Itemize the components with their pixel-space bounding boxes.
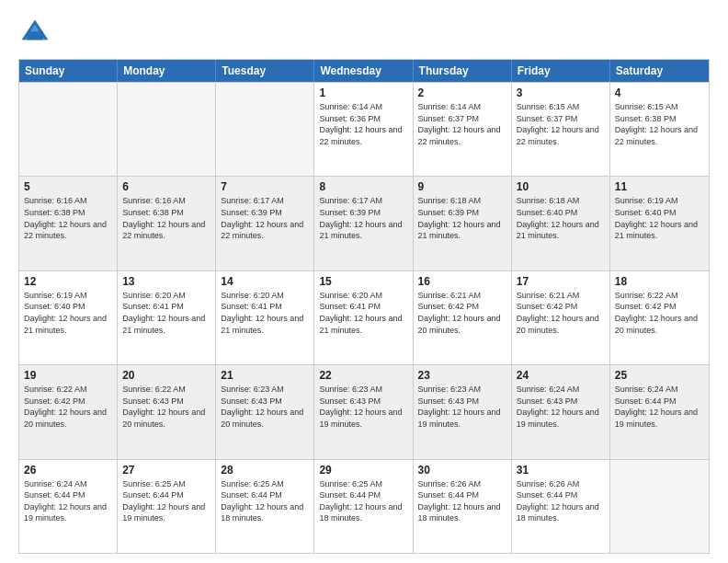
calendar-header-wednesday: Wednesday [314, 60, 413, 82]
calendar-cell-5: 5Sunrise: 6:16 AMSunset: 6:38 PMDaylight… [19, 177, 118, 270]
sun-info: Sunrise: 6:22 AMSunset: 6:42 PMDaylight:… [24, 384, 112, 430]
calendar-cell-empty [19, 83, 118, 176]
day-number: 22 [319, 369, 407, 382]
calendar-cell-3: 3Sunrise: 6:15 AMSunset: 6:37 PMDaylight… [512, 83, 610, 176]
sun-info: Sunrise: 6:22 AMSunset: 6:42 PMDaylight:… [615, 290, 704, 336]
calendar-cell-8: 8Sunrise: 6:17 AMSunset: 6:39 PMDaylight… [314, 177, 413, 270]
calendar-cell-16: 16Sunrise: 6:21 AMSunset: 6:42 PMDayligh… [414, 271, 512, 364]
day-number: 13 [122, 275, 210, 288]
day-number: 27 [122, 464, 210, 477]
sun-info: Sunrise: 6:20 AMSunset: 6:41 PMDaylight:… [122, 290, 210, 336]
day-number: 18 [615, 275, 704, 288]
day-number: 12 [24, 275, 112, 288]
day-number: 28 [221, 464, 309, 477]
calendar-week-2: 5Sunrise: 6:16 AMSunset: 6:38 PMDaylight… [19, 176, 709, 270]
calendar-cell-13: 13Sunrise: 6:20 AMSunset: 6:41 PMDayligh… [118, 271, 216, 364]
day-number: 17 [517, 275, 605, 288]
calendar-cell-29: 29Sunrise: 6:25 AMSunset: 6:44 PMDayligh… [314, 460, 413, 553]
calendar-cell-18: 18Sunrise: 6:22 AMSunset: 6:42 PMDayligh… [610, 271, 709, 364]
calendar-cell-empty [118, 83, 216, 176]
calendar-cell-22: 22Sunrise: 6:23 AMSunset: 6:43 PMDayligh… [314, 365, 413, 458]
day-number: 9 [418, 180, 506, 193]
sun-info: Sunrise: 6:26 AMSunset: 6:44 PMDaylight:… [517, 478, 605, 524]
calendar-cell-24: 24Sunrise: 6:24 AMSunset: 6:43 PMDayligh… [512, 365, 610, 458]
sun-info: Sunrise: 6:23 AMSunset: 6:43 PMDaylight:… [418, 384, 506, 430]
day-number: 26 [24, 464, 112, 477]
sun-info: Sunrise: 6:16 AMSunset: 6:38 PMDaylight:… [24, 195, 112, 241]
calendar-body: 1Sunrise: 6:14 AMSunset: 6:36 PMDaylight… [19, 82, 709, 553]
calendar-cell-10: 10Sunrise: 6:18 AMSunset: 6:40 PMDayligh… [512, 177, 610, 270]
calendar-week-1: 1Sunrise: 6:14 AMSunset: 6:36 PMDaylight… [19, 82, 709, 176]
calendar-cell-17: 17Sunrise: 6:21 AMSunset: 6:42 PMDayligh… [512, 271, 610, 364]
sun-info: Sunrise: 6:20 AMSunset: 6:41 PMDaylight:… [221, 290, 309, 336]
calendar-cell-6: 6Sunrise: 6:16 AMSunset: 6:38 PMDaylight… [118, 177, 216, 270]
day-number: 31 [517, 464, 605, 477]
svg-rect-2 [27, 31, 43, 40]
calendar-header-thursday: Thursday [414, 60, 512, 82]
day-number: 11 [615, 180, 704, 193]
day-number: 2 [418, 86, 506, 99]
sun-info: Sunrise: 6:25 AMSunset: 6:44 PMDaylight:… [221, 478, 309, 524]
calendar-cell-15: 15Sunrise: 6:20 AMSunset: 6:41 PMDayligh… [314, 271, 413, 364]
calendar-week-3: 12Sunrise: 6:19 AMSunset: 6:40 PMDayligh… [19, 270, 709, 364]
calendar-header-saturday: Saturday [610, 60, 709, 82]
day-number: 6 [122, 180, 210, 193]
calendar-cell-23: 23Sunrise: 6:23 AMSunset: 6:43 PMDayligh… [414, 365, 512, 458]
page: SundayMondayTuesdayWednesdayThursdayFrid… [0, 0, 728, 563]
calendar: SundayMondayTuesdayWednesdayThursdayFrid… [18, 59, 710, 554]
calendar-cell-19: 19Sunrise: 6:22 AMSunset: 6:42 PMDayligh… [19, 365, 118, 458]
day-number: 3 [517, 86, 605, 99]
calendar-header-tuesday: Tuesday [216, 60, 314, 82]
day-number: 8 [319, 180, 407, 193]
day-number: 21 [221, 369, 309, 382]
day-number: 19 [24, 369, 112, 382]
sun-info: Sunrise: 6:24 AMSunset: 6:44 PMDaylight:… [24, 478, 112, 524]
sun-info: Sunrise: 6:15 AMSunset: 6:37 PMDaylight:… [517, 101, 605, 147]
calendar-cell-20: 20Sunrise: 6:22 AMSunset: 6:43 PMDayligh… [118, 365, 216, 458]
calendar-cell-7: 7Sunrise: 6:17 AMSunset: 6:39 PMDaylight… [216, 177, 314, 270]
day-number: 15 [319, 275, 407, 288]
calendar-cell-1: 1Sunrise: 6:14 AMSunset: 6:36 PMDaylight… [314, 83, 413, 176]
calendar-cell-empty [610, 460, 709, 553]
day-number: 24 [517, 369, 605, 382]
calendar-cell-2: 2Sunrise: 6:14 AMSunset: 6:37 PMDaylight… [414, 83, 512, 176]
calendar-cell-11: 11Sunrise: 6:19 AMSunset: 6:40 PMDayligh… [610, 177, 709, 270]
sun-info: Sunrise: 6:26 AMSunset: 6:44 PMDaylight:… [418, 478, 506, 524]
sun-info: Sunrise: 6:17 AMSunset: 6:39 PMDaylight:… [319, 195, 407, 241]
calendar-week-4: 19Sunrise: 6:22 AMSunset: 6:42 PMDayligh… [19, 364, 709, 458]
day-number: 25 [615, 369, 704, 382]
calendar-cell-25: 25Sunrise: 6:24 AMSunset: 6:44 PMDayligh… [610, 365, 709, 458]
calendar-week-5: 26Sunrise: 6:24 AMSunset: 6:44 PMDayligh… [19, 459, 709, 553]
calendar-cell-14: 14Sunrise: 6:20 AMSunset: 6:41 PMDayligh… [216, 271, 314, 364]
day-number: 30 [418, 464, 506, 477]
calendar-cell-28: 28Sunrise: 6:25 AMSunset: 6:44 PMDayligh… [216, 460, 314, 553]
calendar-header: SundayMondayTuesdayWednesdayThursdayFrid… [19, 60, 709, 82]
day-number: 23 [418, 369, 506, 382]
calendar-cell-9: 9Sunrise: 6:18 AMSunset: 6:39 PMDaylight… [414, 177, 512, 270]
day-number: 29 [319, 464, 407, 477]
sun-info: Sunrise: 6:25 AMSunset: 6:44 PMDaylight:… [122, 478, 210, 524]
calendar-cell-26: 26Sunrise: 6:24 AMSunset: 6:44 PMDayligh… [19, 460, 118, 553]
sun-info: Sunrise: 6:14 AMSunset: 6:37 PMDaylight:… [418, 101, 506, 147]
calendar-cell-27: 27Sunrise: 6:25 AMSunset: 6:44 PMDayligh… [118, 460, 216, 553]
header [18, 17, 710, 50]
sun-info: Sunrise: 6:18 AMSunset: 6:40 PMDaylight:… [517, 195, 605, 241]
sun-info: Sunrise: 6:25 AMSunset: 6:44 PMDaylight:… [319, 478, 407, 524]
logo-icon [18, 17, 51, 50]
sun-info: Sunrise: 6:15 AMSunset: 6:38 PMDaylight:… [615, 101, 704, 147]
calendar-cell-21: 21Sunrise: 6:23 AMSunset: 6:43 PMDayligh… [216, 365, 314, 458]
day-number: 5 [24, 180, 112, 193]
calendar-cell-4: 4Sunrise: 6:15 AMSunset: 6:38 PMDaylight… [610, 83, 709, 176]
sun-info: Sunrise: 6:20 AMSunset: 6:41 PMDaylight:… [319, 290, 407, 336]
day-number: 14 [221, 275, 309, 288]
sun-info: Sunrise: 6:19 AMSunset: 6:40 PMDaylight:… [615, 195, 704, 241]
day-number: 10 [517, 180, 605, 193]
calendar-header-sunday: Sunday [19, 60, 118, 82]
day-number: 16 [418, 275, 506, 288]
calendar-header-friday: Friday [512, 60, 610, 82]
logo [18, 17, 55, 50]
calendar-cell-31: 31Sunrise: 6:26 AMSunset: 6:44 PMDayligh… [512, 460, 610, 553]
sun-info: Sunrise: 6:24 AMSunset: 6:44 PMDaylight:… [615, 384, 704, 430]
sun-info: Sunrise: 6:14 AMSunset: 6:36 PMDaylight:… [319, 101, 407, 147]
sun-info: Sunrise: 6:17 AMSunset: 6:39 PMDaylight:… [221, 195, 309, 241]
